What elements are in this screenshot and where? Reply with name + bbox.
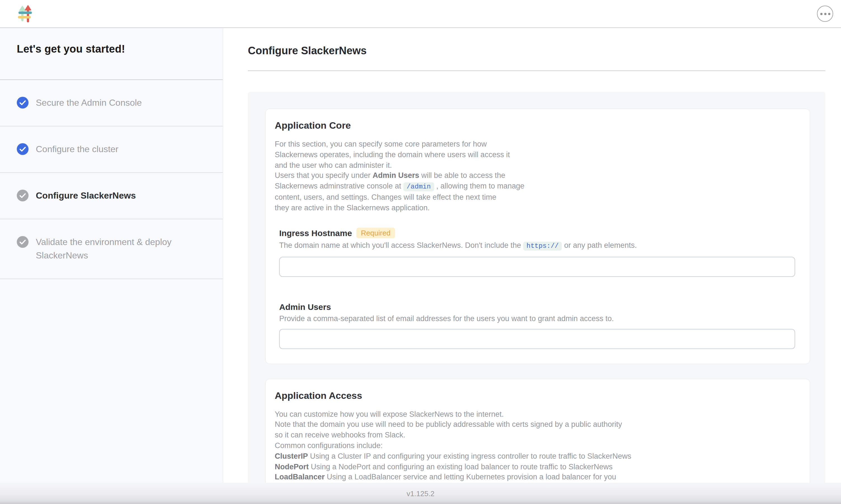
- app-root: Let's get you started! Secure the Admin …: [0, 0, 841, 504]
- section-application-core: Application Core For this section, you c…: [266, 109, 810, 363]
- setup-sidebar: Let's get you started! Secure the Admin …: [0, 28, 223, 504]
- config-panel: Application Core For this section, you c…: [248, 92, 825, 504]
- ellipsis-icon: [820, 13, 830, 15]
- section-title: Application Core: [275, 120, 795, 131]
- title-divider: [248, 71, 825, 71]
- check-circle-icon: [17, 190, 29, 201]
- sidebar-heading: Let's get you started!: [0, 28, 223, 80]
- check-circle-icon: [17, 97, 29, 109]
- sidebar-step-label: Configure SlackerNews: [36, 189, 136, 202]
- section-description: You can customize how you will expose Sl…: [275, 409, 795, 493]
- field-help: The domain name at which you'll access S…: [279, 240, 795, 251]
- field-label: Ingress Hostname: [279, 228, 352, 237]
- version-label: v1.125.2: [407, 489, 434, 498]
- sidebar-step-label: Validate the environment & deploy Slacke…: [36, 235, 206, 262]
- page-title: Configure SlackerNews: [248, 45, 825, 57]
- sidebar-step-configure-cluster[interactable]: Configure the cluster: [0, 126, 223, 173]
- sidebar-step-secure-admin-console[interactable]: Secure the Admin Console: [0, 80, 223, 126]
- sidebar-step-label: Configure the cluster: [36, 143, 118, 156]
- footer: v1.125.2: [0, 483, 841, 504]
- check-circle-icon: [17, 143, 29, 155]
- required-badge: Required: [356, 228, 395, 238]
- section-title: Application Access: [275, 390, 795, 401]
- topbar: [0, 0, 841, 28]
- check-circle-icon: [17, 236, 29, 248]
- section-description: For this section, you can specify some c…: [275, 139, 795, 213]
- main-content: Configure SlackerNews Application Core F…: [223, 28, 841, 504]
- sidebar-step-label: Secure the Admin Console: [36, 96, 142, 110]
- field-label: Admin Users: [279, 302, 331, 311]
- admin-users-input[interactable]: [279, 329, 795, 349]
- field-help: Provide a comma-separated list of email …: [279, 313, 795, 324]
- field-admin-users: Admin Users Provide a comma-separated li…: [279, 302, 795, 349]
- sidebar-step-configure-slackernews[interactable]: Configure SlackerNews: [0, 173, 223, 219]
- field-ingress-hostname: Ingress Hostname Required The domain nam…: [279, 228, 795, 276]
- sidebar-step-validate-deploy[interactable]: Validate the environment & deploy Slacke…: [0, 219, 223, 279]
- slackernews-logo-icon: [18, 5, 33, 23]
- ingress-hostname-input[interactable]: [279, 256, 795, 276]
- more-options-button[interactable]: [817, 5, 833, 22]
